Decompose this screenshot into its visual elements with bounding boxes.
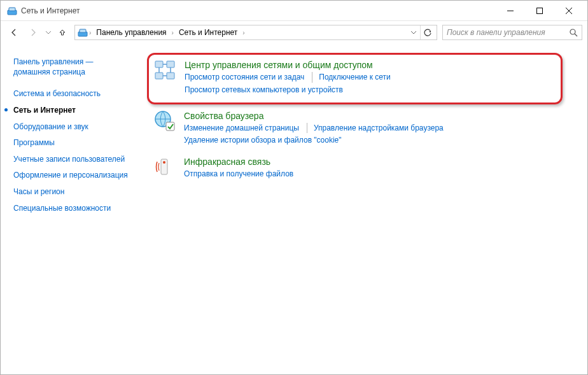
sidebar-item-system[interactable]: Система и безопасность [13,86,129,103]
main-panel: Центр управления сетями и общим доступом… [134,44,587,374]
chevron-right-icon: › [241,29,246,36]
category-infrared: Инфракрасная связь Отправка и получение … [153,155,575,181]
sidebar-home-link[interactable]: Панель управления — домашняя страница [13,57,129,77]
sidebar-item-clock[interactable]: Часы и регион [13,184,129,201]
window-title: Сеть и Интернет [21,6,80,15]
network-center-title[interactable]: Центр управления сетями и общим доступом [185,60,549,70]
close-button[interactable] [554,1,584,20]
svg-point-8 [570,29,575,34]
internet-options-icon [153,110,176,132]
sidebar-item-appearance[interactable]: Оформление и персонализация [13,167,129,184]
up-button[interactable] [55,24,69,41]
window-icon [7,6,17,16]
breadcrumb-current[interactable]: Сеть и Интернет [175,28,241,37]
sidebar-item-programs[interactable]: Программы [13,135,129,152]
refresh-button[interactable] [420,25,435,39]
history-dropdown[interactable] [44,31,53,34]
search-placeholder: Поиск в панели управления [447,28,570,37]
window-controls [496,1,584,20]
address-icon [78,27,88,38]
category-internet-options: Свойства браузера Изменение домашней стр… [153,110,575,148]
nav-toolbar: › Панель управления › Сеть и Интернет › … [1,21,587,44]
link-connect-network[interactable]: Подключение к сети [319,72,390,83]
svg-rect-3 [537,8,543,13]
infrared-icon [153,155,176,178]
internet-options-title[interactable]: Свойства браузера [184,111,575,121]
link-change-homepage[interactable]: Изменение домашней страницы [184,123,307,134]
search-icon [570,29,578,37]
svg-rect-1 [9,8,15,11]
svg-rect-13 [167,73,174,79]
sidebar: Панель управления — домашняя страница Си… [1,44,134,374]
address-bar[interactable]: › Панель управления › Сеть и Интернет › [74,25,437,40]
svg-rect-12 [155,73,163,79]
svg-rect-10 [155,61,163,67]
control-panel-window: Сеть и Интернет [0,0,588,375]
link-send-receive-files[interactable]: Отправка и получение файлов [184,169,293,180]
content-area: Панель управления — домашняя страница Си… [1,44,587,374]
breadcrumb-root[interactable]: Панель управления [92,28,170,37]
link-delete-history[interactable]: Удаление истории обзора и файлов "cookie… [184,135,342,146]
category-network-center: Центр управления сетями и общим доступом… [154,59,549,97]
link-manage-addons[interactable]: Управление надстройками браузера [314,123,444,134]
back-button[interactable] [6,24,22,41]
forward-button[interactable] [25,24,41,41]
minimize-button[interactable] [496,1,525,20]
svg-rect-19 [166,122,174,131]
link-view-status[interactable]: Просмотр состояния сети и задач [185,72,312,83]
address-dropdown[interactable] [407,31,420,34]
infrared-title[interactable]: Инфракрасная связь [184,157,575,167]
search-box[interactable]: Поиск в панели управления [442,25,582,40]
svg-point-21 [163,161,165,164]
network-center-icon [154,59,177,81]
link-view-computers[interactable]: Просмотр сетевых компьютеров и устройств [185,85,343,96]
svg-rect-7 [80,29,86,32]
highlighted-section: Центр управления сетями и общим доступом… [147,53,563,104]
chevron-right-icon: › [88,29,92,36]
maximize-button[interactable] [525,1,554,20]
titlebar: Сеть и Интернет [1,1,587,21]
sidebar-item-accounts[interactable]: Учетные записи пользователей [13,152,129,168]
sidebar-item-network[interactable]: Сеть и Интернет [13,103,129,119]
svg-rect-11 [167,61,174,67]
svg-line-9 [575,34,577,36]
sidebar-item-hardware[interactable]: Оборудование и звук [13,119,129,136]
sidebar-item-accessibility[interactable]: Специальные возможности [13,201,129,217]
chevron-right-icon: › [171,29,175,36]
